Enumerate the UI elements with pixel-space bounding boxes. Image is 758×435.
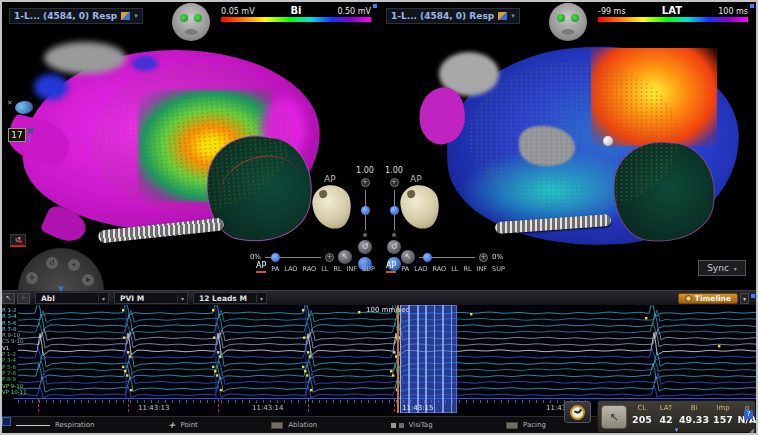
zoom-slider-handle[interactable] bbox=[390, 206, 399, 215]
resize-grip-icon[interactable]: ◢ bbox=[749, 426, 754, 433]
timestamp: 11:43:15 bbox=[402, 404, 433, 412]
bi-color-scale: 0.05 mV Bi 0.50 mV bbox=[221, 5, 371, 22]
scale-name-label: Bi bbox=[290, 5, 301, 16]
map-type-icon bbox=[121, 12, 130, 20]
legend-item[interactable]: +Point bbox=[168, 421, 198, 429]
ecg-lead-labels: R 1-2R 3-4R 5-6R 7-8R 9-10CS 9-10V1P 1-2… bbox=[2, 307, 18, 395]
help-icon[interactable]: ? bbox=[744, 410, 753, 419]
ecg-trace-area[interactable]: R 1-2R 3-4R 5-6R 7-8R 9-10CS 9-10V1P 1-2… bbox=[0, 305, 758, 398]
channel-group-dropdown-3[interactable]: 12 Leads M ▾ bbox=[193, 292, 267, 304]
zoom-slider[interactable] bbox=[365, 190, 366, 230]
view-button[interactable]: INF bbox=[477, 265, 488, 273]
tags-icon bbox=[391, 423, 396, 428]
view-preset-buttons-right: APPALAORAOLLRLINFSUP bbox=[386, 261, 505, 273]
view-button[interactable]: RAO bbox=[432, 265, 446, 273]
opacity-slider[interactable] bbox=[419, 257, 475, 258]
legend-label: Pacing bbox=[523, 421, 546, 429]
legend-label: Respiration bbox=[55, 421, 94, 429]
color-scale-bar[interactable] bbox=[221, 17, 371, 22]
map-selector-left[interactable]: 1-L... (4584, 0) Resp ▾ bbox=[9, 8, 143, 24]
head-eye-left bbox=[180, 14, 188, 22]
map-blue-patch bbox=[34, 74, 68, 100]
zoom-in-button[interactable]: + bbox=[390, 178, 399, 187]
color-scale-bar[interactable] bbox=[598, 17, 748, 22]
view-button[interactable]: PA bbox=[401, 265, 409, 273]
zoom-slider[interactable] bbox=[394, 190, 395, 230]
panel-corner-widget[interactable] bbox=[750, 4, 754, 8]
slider-dot bbox=[363, 233, 367, 237]
view-button[interactable]: SUP bbox=[362, 265, 375, 273]
map-gray-region bbox=[44, 42, 126, 74]
box-icon bbox=[506, 422, 518, 429]
beat-marker bbox=[308, 399, 309, 412]
view-button[interactable]: LAO bbox=[414, 265, 427, 273]
map-selector-right[interactable]: 1-L... (4584, 0) Resp ▾ bbox=[386, 8, 520, 24]
legend-item[interactable]: Ablation bbox=[271, 421, 317, 429]
channel-group-dropdown-2[interactable]: PVI M ▾ bbox=[114, 292, 188, 304]
ecg-traces[interactable] bbox=[18, 305, 758, 398]
ecg-toolbar: ↖ ⁘ Abl ▾ PVI M ▾ 12 Leads M ▾ Timeline … bbox=[0, 290, 758, 305]
point-count-value[interactable]: 17 bbox=[8, 128, 26, 142]
view-button[interactable]: RAO bbox=[302, 265, 316, 273]
target-tool-icon[interactable]: ⌖ bbox=[68, 259, 80, 271]
sync-button[interactable]: Sync ▾ bbox=[698, 260, 746, 276]
view-preset-buttons-left: APPALAORAOLLRLINFSUP bbox=[256, 261, 375, 273]
zoom-in-button[interactable]: + bbox=[361, 178, 370, 187]
heart-view-label: AP bbox=[410, 174, 422, 184]
panel-corner-widget[interactable] bbox=[373, 4, 377, 8]
view-button[interactable]: LAO bbox=[284, 265, 297, 273]
left-3d-voltage-map[interactable] bbox=[10, 32, 350, 264]
view-button[interactable]: LL bbox=[451, 265, 458, 273]
legend-item[interactable]: VisiTag bbox=[391, 421, 433, 429]
panel-corner-widget[interactable] bbox=[751, 294, 755, 298]
stat-value-imp: 157 bbox=[711, 414, 735, 425]
pan-tool-icon[interactable]: ✛ bbox=[26, 272, 38, 284]
map-title-left: 1-L... (4584, 0) Resp bbox=[14, 11, 117, 21]
selection-highlight-band[interactable] bbox=[400, 305, 457, 413]
head-eye-right bbox=[194, 14, 202, 22]
beat-marker bbox=[394, 399, 395, 412]
close-icon[interactable]: ✕ bbox=[7, 99, 13, 107]
catheter-tip-marker bbox=[603, 136, 613, 146]
view-button[interactable]: PA bbox=[271, 265, 279, 273]
legend-item[interactable]: Respiration bbox=[16, 421, 94, 429]
view-button[interactable]: LL bbox=[321, 265, 328, 273]
right-3d-lat-map[interactable] bbox=[399, 32, 739, 264]
view-button[interactable]: RL bbox=[333, 265, 341, 273]
chevron-down-icon: ▾ bbox=[177, 295, 187, 302]
timestamp: 11:43:13 bbox=[138, 404, 169, 412]
opacity-slider[interactable] bbox=[265, 257, 321, 258]
stat-grid: CL LAT Bi Imp g 205 42 49.33 157 N/A bbox=[629, 404, 758, 425]
timeline-chevron-icon[interactable]: ▾ bbox=[740, 293, 749, 304]
stat-header: Imp bbox=[711, 404, 735, 412]
opacity-value: 0% bbox=[492, 253, 503, 261]
legend-app-icon[interactable] bbox=[2, 417, 11, 426]
grab-hand-button[interactable]: ↖ bbox=[601, 405, 627, 429]
view-button[interactable]: SUP bbox=[492, 265, 505, 273]
collapse-chevron-icon[interactable]: ▾ bbox=[675, 426, 679, 434]
spin-down-icon[interactable]: ▾ bbox=[28, 138, 33, 142]
stat-header: Bi bbox=[677, 404, 711, 412]
channel-group-dropdown-1[interactable]: Abl ▾ bbox=[35, 292, 109, 304]
view-button[interactable]: INF bbox=[347, 265, 358, 273]
view-button[interactable]: AP bbox=[386, 261, 396, 273]
clock-icon bbox=[570, 405, 585, 420]
rotate-view-button[interactable]: ↺ bbox=[358, 240, 372, 254]
timeline-button[interactable]: Timeline bbox=[678, 293, 738, 304]
view-button[interactable]: RL bbox=[463, 265, 471, 273]
timestamp: 11:43:14 bbox=[252, 404, 283, 412]
freeze-clock-button[interactable] bbox=[564, 401, 591, 423]
dial-arrow-icon[interactable]: ▼ bbox=[58, 285, 63, 293]
gain-tool-icon[interactable]: ⁘ bbox=[17, 293, 30, 304]
rotate-tool-icon[interactable]: ↺ bbox=[46, 257, 58, 269]
legend-items: Respiration+PointAblationVisiTagPacing≈P… bbox=[16, 421, 648, 430]
caliper-tool-icon[interactable]: ↖ bbox=[2, 293, 15, 304]
rotate-view-button[interactable]: ↺ bbox=[387, 240, 401, 254]
chevron-down-icon: ▾ bbox=[98, 295, 108, 302]
zoom-slider-handle[interactable] bbox=[361, 206, 370, 215]
chevron-down-icon: ▾ bbox=[734, 265, 737, 272]
map-point-speckle bbox=[469, 62, 679, 212]
view-button[interactable]: AP bbox=[256, 261, 266, 273]
select-tool-icon[interactable]: ➤ bbox=[82, 274, 94, 286]
legend-item[interactable]: Pacing bbox=[506, 421, 546, 429]
